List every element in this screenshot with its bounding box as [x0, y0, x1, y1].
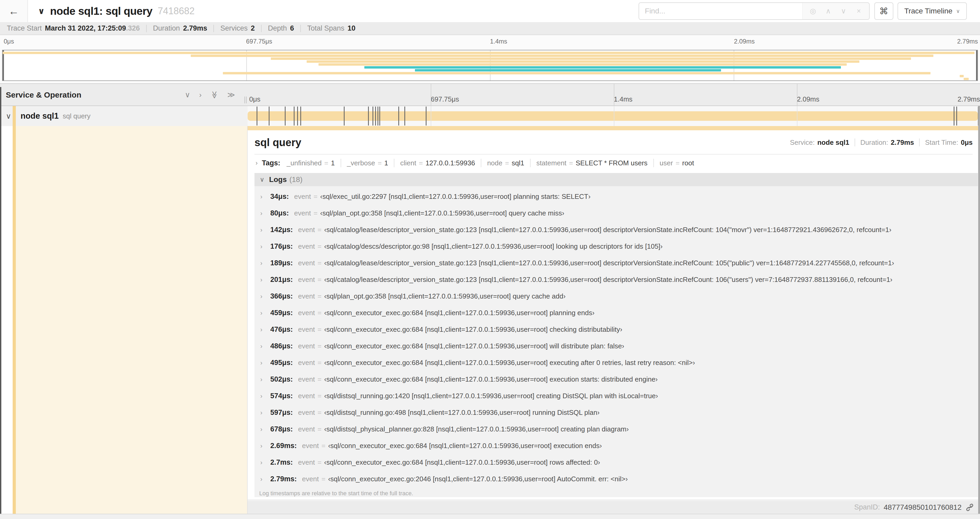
log-row[interactable]: ›486μs:event=‹sql/conn_executor_exec.go:… — [255, 338, 978, 355]
log-equals: = — [317, 392, 321, 400]
log-row[interactable]: ›80μs:event=‹sql/plan_opt.go:358 [nsql1,… — [255, 205, 978, 222]
summary-value: 2.79ms — [183, 24, 207, 32]
span-row[interactable]: ∨ node sql1 sql query — [0, 106, 980, 126]
log-timestamp: 574μs: — [270, 392, 293, 400]
logs-header[interactable]: ∨ Logs (18) — [255, 173, 978, 186]
minimap-left-handle[interactable] — [3, 50, 4, 80]
minimap-span — [3, 52, 974, 54]
log-value: ‹sql/distsql_physical_planner.go:828 [ns… — [324, 425, 628, 433]
link-icon[interactable] — [965, 503, 974, 512]
prev-match-icon[interactable]: ∧ — [821, 7, 836, 15]
span-operation-name: sql query — [63, 112, 91, 120]
tag-key: node — [487, 159, 503, 167]
view-selector-button[interactable]: Trace Timeline ∨ — [897, 2, 967, 20]
log-row[interactable]: ›574μs:event=‹sql/distsql_running.go:142… — [255, 388, 978, 404]
find-icons: ◎ ∧ ∨ × — [802, 3, 869, 19]
row-gridline — [431, 106, 431, 126]
back-button[interactable]: ← — [0, 0, 28, 22]
span-collapse-icon[interactable]: ∨ — [6, 112, 11, 121]
minimap-span — [191, 54, 933, 57]
timeline-ruler: 0μs697.75μs1.4ms2.09ms2.79ms — [248, 84, 980, 106]
log-timestamp: 459μs: — [270, 309, 293, 317]
log-value: ‹sql/catalog/lease/descriptor_version_st… — [324, 226, 891, 234]
log-row[interactable]: ›176μs:event=‹sql/catalog/descs/descript… — [255, 238, 978, 255]
log-value: ‹sql/conn_executor_exec.go:684 [nsql1,cl… — [328, 442, 602, 450]
chevron-right-icon: › — [260, 459, 270, 466]
service-color-stripe — [13, 106, 16, 126]
expanded-row-tint — [16, 126, 247, 514]
ruler-gridline — [614, 84, 614, 106]
chevron-right-icon: › — [260, 442, 270, 450]
log-timestamp: 678μs: — [270, 425, 293, 433]
timeline-ruler-tick-label: 1.4ms — [614, 95, 633, 103]
log-field-name: event — [298, 458, 315, 466]
log-row[interactable]: ›597μs:event=‹sql/distsql_running.go:498… — [255, 404, 978, 421]
log-row[interactable]: ›495μs:event=‹sql/conn_executor_exec.go:… — [255, 355, 978, 371]
log-timestamp: 80μs: — [270, 209, 289, 217]
vertical-scrollbar[interactable] — [978, 106, 980, 514]
span-detail-top-bar — [248, 126, 980, 130]
clear-search-icon[interactable]: × — [851, 7, 867, 15]
log-row[interactable]: ›201μs:event=‹sql/catalog/lease/descript… — [255, 271, 978, 288]
divider — [340, 159, 341, 167]
log-timestamp: 366μs: — [270, 292, 293, 300]
tag-equals: = — [569, 159, 573, 167]
service-label: Service: — [790, 139, 815, 147]
expand-one-icon[interactable]: › — [199, 91, 202, 99]
service-value: node sql1 — [817, 139, 849, 147]
expand-collapse-controls: ∨ › ≫ ≫ — [185, 91, 235, 99]
log-equals: = — [317, 342, 321, 350]
chevron-right-icon: › — [260, 226, 270, 234]
log-row[interactable]: ›2.7ms:event=‹sql/conn_executor_exec.go:… — [255, 454, 978, 471]
service-color-stripe — [13, 126, 16, 514]
minimap-ruler-tick-label: 0μs — [4, 38, 14, 45]
log-row[interactable]: ›2.69ms:event=‹sql/conn_executor_exec.go… — [255, 438, 978, 454]
chevron-right-icon: › — [260, 276, 270, 284]
log-marker-tick — [285, 107, 286, 126]
log-equals: = — [321, 475, 325, 483]
log-field-name: event — [294, 209, 311, 217]
log-row[interactable]: ›366μs:event=‹sql/plan_opt.go:358 [nsql1… — [255, 288, 978, 305]
collapse-all-icon[interactable]: ≫ — [211, 91, 218, 99]
minimap-ruler-tick-label: 2.09ms — [734, 38, 755, 45]
log-timestamp: 2.69ms: — [270, 442, 297, 450]
locate-icon[interactable]: ◎ — [805, 7, 821, 15]
trace-collapse-icon[interactable]: ∨ — [38, 6, 45, 16]
log-marker-tick — [368, 107, 369, 126]
log-value: ‹sql/distsql_running.go:498 [nsql1,clien… — [324, 409, 599, 417]
chevron-right-icon: › — [260, 210, 270, 217]
log-row[interactable]: ›34μs:event=‹sql/exec_util.go:2297 [nsql… — [255, 188, 978, 205]
collapse-one-icon[interactable]: ∨ — [185, 91, 191, 99]
next-match-icon[interactable]: ∨ — [836, 7, 851, 15]
log-row[interactable]: ›476μs:event=‹sql/conn_executor_exec.go:… — [255, 321, 978, 338]
ruler-gridline — [431, 84, 431, 106]
expand-all-icon[interactable]: ≫ — [228, 91, 235, 99]
log-row[interactable]: ›2.79ms:event=‹sql/conn_executor_exec.go… — [255, 471, 978, 487]
log-field-name: event — [298, 276, 315, 284]
log-timestamp: 189μs: — [270, 259, 293, 267]
log-timestamp: 486μs: — [270, 342, 293, 350]
log-marker-tick — [300, 107, 301, 126]
span-duration-bar[interactable] — [248, 111, 978, 121]
log-row[interactable]: ›142μs:event=‹sql/catalog/lease/descript… — [255, 222, 978, 238]
span-row-timeline-cell[interactable] — [248, 106, 980, 126]
log-marker-tick — [426, 107, 426, 126]
tags-row[interactable]: › Tags: _unfinished=1_verbose=1client=12… — [256, 156, 973, 170]
logs-count: (18) — [289, 176, 302, 184]
divider — [394, 159, 395, 167]
log-value: ‹sql/catalog/lease/descriptor_version_st… — [324, 259, 894, 267]
minimap-canvas[interactable] — [2, 50, 978, 81]
log-row[interactable]: ›678μs:event=‹sql/distsql_physical_plann… — [255, 421, 978, 438]
find-input[interactable] — [639, 3, 802, 19]
minimap-right-handle[interactable] — [976, 50, 977, 80]
service-operation-title: Service & Operation — [6, 91, 81, 99]
chevron-right-icon: › — [260, 309, 270, 317]
divider — [653, 159, 654, 167]
log-row[interactable]: ›459μs:event=‹sql/conn_executor_exec.go:… — [255, 305, 978, 321]
keyboard-shortcuts-button[interactable]: ⌘ — [874, 2, 893, 20]
log-row[interactable]: ›189μs:event=‹sql/catalog/lease/descript… — [255, 255, 978, 271]
summary-value: March 31 2022, 17:25:09 — [45, 24, 126, 32]
span-row-name-cell[interactable]: ∨ node sql1 sql query — [0, 106, 248, 126]
chevron-right-icon: › — [260, 393, 270, 400]
log-row[interactable]: ›502μs:event=‹sql/conn_executor_exec.go:… — [255, 371, 978, 388]
